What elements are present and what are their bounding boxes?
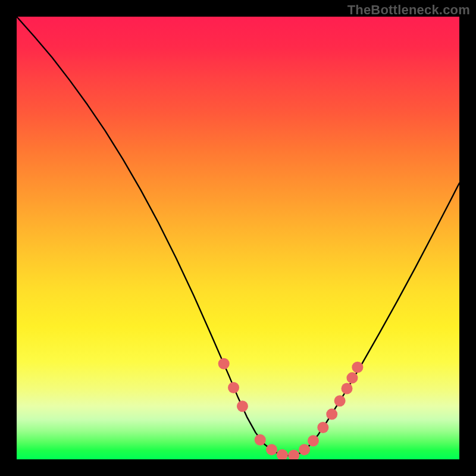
threshold-dot [334,395,346,406]
threshold-dot [342,383,353,394]
threshold-dot [218,358,230,369]
curve-layer [17,17,459,459]
threshold-dots-group [218,358,364,459]
watermark-text: TheBottleneck.com [347,2,470,18]
chart-frame: TheBottleneck.com [0,0,476,476]
threshold-dot [326,409,337,420]
threshold-dot [352,362,363,373]
threshold-dot [255,434,266,446]
plot-area [17,17,459,459]
threshold-dot [308,435,319,446]
threshold-dot [299,444,310,455]
threshold-dot [228,382,239,393]
threshold-dot [277,449,288,459]
threshold-dot [237,400,248,412]
threshold-dot [288,450,299,459]
threshold-dot [317,422,328,433]
threshold-dot [266,444,277,455]
threshold-dot [346,372,358,384]
